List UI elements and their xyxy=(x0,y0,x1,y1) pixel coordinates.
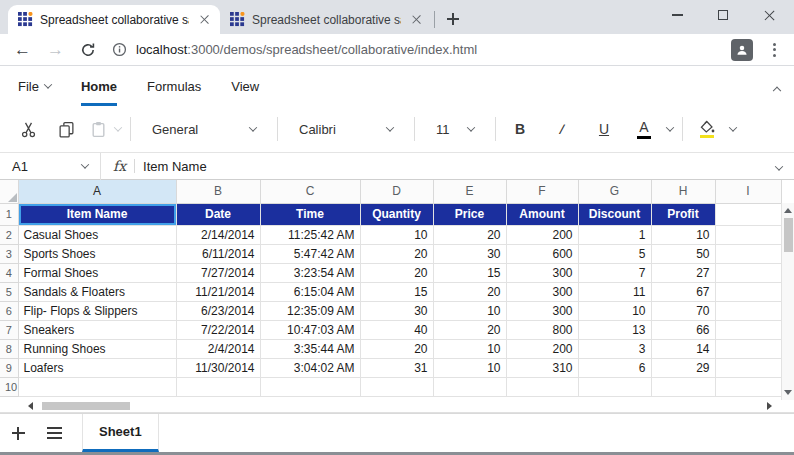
column-header-E[interactable]: E xyxy=(433,180,506,203)
cell-B5[interactable]: 11/21/2014 xyxy=(176,282,260,301)
cell-C2[interactable]: 11:25:42 AM xyxy=(260,225,360,244)
cell-G1[interactable]: Discount xyxy=(578,203,651,225)
cell-D8[interactable]: 20 xyxy=(360,339,433,358)
cell-B1[interactable]: Date xyxy=(176,203,260,225)
row-header-5[interactable]: 5 xyxy=(0,282,18,301)
cell-E9[interactable]: 10 xyxy=(433,358,506,377)
cell-G6[interactable]: 10 xyxy=(578,301,651,320)
cell-H9[interactable]: 29 xyxy=(651,358,715,377)
scroll-right-button[interactable] xyxy=(763,400,776,412)
cell-D9[interactable]: 31 xyxy=(360,358,433,377)
column-header-G[interactable]: G xyxy=(578,180,651,203)
cell-A6[interactable]: Flip- Flops & Slippers xyxy=(18,301,176,320)
cell-F9[interactable]: 310 xyxy=(506,358,578,377)
cell-B3[interactable]: 6/11/2014 xyxy=(176,244,260,263)
browser-tab-active[interactable]: Spreadsheet collaborative samp xyxy=(8,5,220,34)
reload-button[interactable] xyxy=(80,42,96,58)
cell-F7[interactable]: 800 xyxy=(506,320,578,339)
row-header-6[interactable]: 6 xyxy=(0,301,18,320)
column-header-A[interactable]: A xyxy=(18,180,176,203)
column-header-I[interactable]: I xyxy=(715,180,781,203)
vertical-scrollbar[interactable] xyxy=(781,203,794,400)
row-header-2[interactable]: 2 xyxy=(0,225,18,244)
cell-D2[interactable]: 10 xyxy=(360,225,433,244)
cut-button[interactable] xyxy=(14,115,42,143)
tab-close-icon[interactable] xyxy=(196,12,212,28)
cell-G10[interactable] xyxy=(578,377,651,396)
cell-G5[interactable]: 11 xyxy=(578,282,651,301)
cell-H5[interactable]: 67 xyxy=(651,282,715,301)
cell-D5[interactable]: 15 xyxy=(360,282,433,301)
cell-I3[interactable] xyxy=(715,244,781,263)
cell-E2[interactable]: 20 xyxy=(433,225,506,244)
fill-color-button[interactable] xyxy=(692,115,736,143)
menu-file[interactable]: File xyxy=(18,66,51,106)
cell-G4[interactable]: 7 xyxy=(578,263,651,282)
horizontal-scrollbar[interactable] xyxy=(0,400,794,413)
cell-C3[interactable]: 5:47:42 AM xyxy=(260,244,360,263)
cell-H8[interactable]: 14 xyxy=(651,339,715,358)
cell-H2[interactable]: 10 xyxy=(651,225,715,244)
cell-I1[interactable] xyxy=(715,203,781,225)
formula-input[interactable]: Item Name xyxy=(143,159,764,174)
cell-F4[interactable]: 300 xyxy=(506,263,578,282)
list-sheets-button[interactable] xyxy=(36,414,72,452)
cell-I6[interactable] xyxy=(715,301,781,320)
column-header-F[interactable]: F xyxy=(506,180,578,203)
cell-G3[interactable]: 5 xyxy=(578,244,651,263)
cell-G8[interactable]: 3 xyxy=(578,339,651,358)
info-icon[interactable] xyxy=(112,42,127,57)
scroll-left-button[interactable] xyxy=(24,400,37,412)
horizontal-scroll-thumb[interactable] xyxy=(42,402,130,410)
cell-A1[interactable]: Item Name xyxy=(18,203,176,225)
forward-button[interactable]: → xyxy=(47,41,64,58)
cell-F6[interactable]: 300 xyxy=(506,301,578,320)
profile-icon[interactable] xyxy=(731,39,753,61)
browser-menu-icon[interactable] xyxy=(769,43,780,57)
cell-F1[interactable]: Amount xyxy=(506,203,578,225)
cell-G2[interactable]: 1 xyxy=(578,225,651,244)
cell-B7[interactable]: 7/22/2014 xyxy=(176,320,260,339)
row-header-8[interactable]: 8 xyxy=(0,339,18,358)
cell-B8[interactable]: 2/4/2014 xyxy=(176,339,260,358)
cell-G7[interactable]: 13 xyxy=(578,320,651,339)
row-header-4[interactable]: 4 xyxy=(0,263,18,282)
cell-I9[interactable] xyxy=(715,358,781,377)
cell-A4[interactable]: Formal Shoes xyxy=(18,263,176,282)
cell-F5[interactable]: 300 xyxy=(506,282,578,301)
new-tab-button[interactable] xyxy=(441,7,465,31)
row-header-9[interactable]: 9 xyxy=(0,358,18,377)
italic-button[interactable]: I xyxy=(547,115,577,143)
cell-C9[interactable]: 3:04:02 AM xyxy=(260,358,360,377)
cell-I7[interactable] xyxy=(715,320,781,339)
row-header-1[interactable]: 1 xyxy=(0,203,18,225)
collapse-ribbon-button[interactable] xyxy=(774,79,780,94)
paste-button[interactable] xyxy=(90,121,121,138)
cell-E5[interactable]: 20 xyxy=(433,282,506,301)
cell-I8[interactable] xyxy=(715,339,781,358)
column-header-B[interactable]: B xyxy=(176,180,260,203)
cell-F8[interactable]: 200 xyxy=(506,339,578,358)
maximize-button[interactable] xyxy=(712,4,734,26)
minimize-button[interactable] xyxy=(666,4,688,26)
cell-C7[interactable]: 10:47:03 AM xyxy=(260,320,360,339)
cell-H7[interactable]: 66 xyxy=(651,320,715,339)
cell-B6[interactable]: 6/23/2014 xyxy=(176,301,260,320)
cell-H10[interactable] xyxy=(651,377,715,396)
cell-A10[interactable] xyxy=(18,377,176,396)
menu-home[interactable]: Home xyxy=(81,66,117,106)
cell-E4[interactable]: 15 xyxy=(433,263,506,282)
cell-E8[interactable]: 10 xyxy=(433,339,506,358)
cell-H3[interactable]: 50 xyxy=(651,244,715,263)
row-header-10[interactable]: 10 xyxy=(0,377,18,396)
cell-E10[interactable] xyxy=(433,377,506,396)
cell-A5[interactable]: Sandals & Floaters xyxy=(18,282,176,301)
cell-I10[interactable] xyxy=(715,377,781,396)
cell-F2[interactable]: 200 xyxy=(506,225,578,244)
cell-H6[interactable]: 70 xyxy=(651,301,715,320)
copy-button[interactable] xyxy=(52,115,80,143)
cell-A9[interactable]: Loafers xyxy=(18,358,176,377)
column-header-C[interactable]: C xyxy=(260,180,360,203)
cell-A8[interactable]: Running Shoes xyxy=(18,339,176,358)
select-all-button[interactable] xyxy=(0,180,18,203)
